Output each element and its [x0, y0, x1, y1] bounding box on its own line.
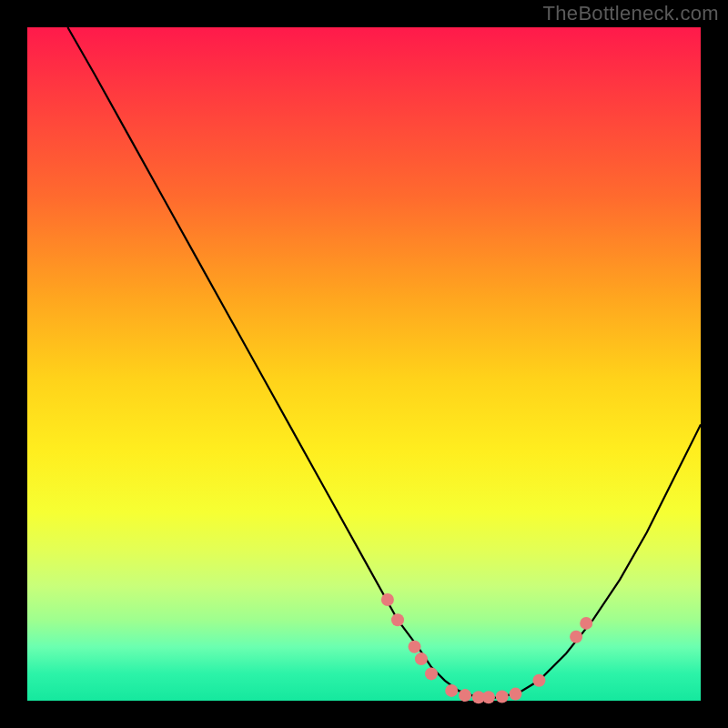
chart-svg — [27, 27, 701, 701]
data-point — [482, 691, 495, 703]
data-point — [425, 667, 438, 680]
chart-frame: TheBottleneck.com — [0, 0, 728, 728]
data-point — [381, 593, 394, 606]
data-point — [580, 617, 592, 630]
data-point — [445, 684, 458, 697]
data-point — [415, 652, 428, 665]
data-point — [532, 674, 545, 687]
data-point — [570, 631, 582, 643]
data-point — [459, 689, 471, 702]
data-point — [391, 613, 404, 626]
data-point — [496, 691, 509, 703]
data-point — [409, 641, 421, 653]
data-point — [510, 688, 522, 701]
watermark-text: TheBottleneck.com — [543, 2, 719, 25]
plot-area — [27, 27, 701, 701]
marker-group — [381, 593, 592, 703]
